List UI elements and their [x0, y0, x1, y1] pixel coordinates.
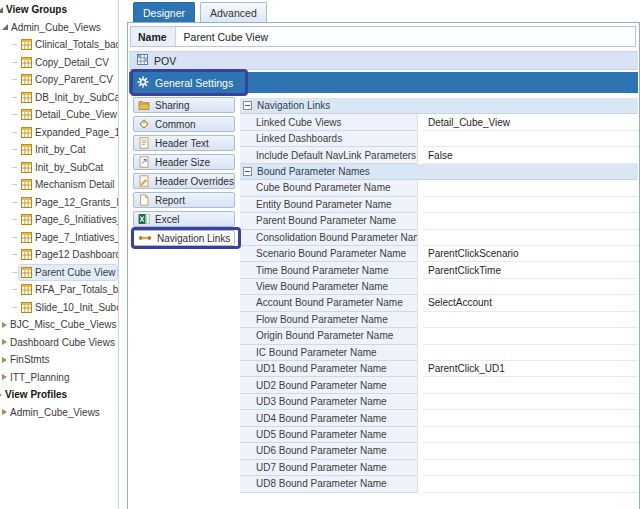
property-value[interactable]: [423, 427, 638, 443]
property-value[interactable]: [423, 443, 638, 459]
property-value[interactable]: [423, 394, 638, 410]
pov-section-header[interactable]: POV: [129, 51, 638, 70]
property-name: Flow Bound Parameter Name: [240, 312, 418, 328]
property-row-time-bound-parameter-name: Time Bound Parameter NameParentClickTime: [240, 262, 638, 278]
navigation-links-icon: [138, 233, 152, 243]
tree-item-clinical-totals-backup[interactable]: Clinical_Totals_backup: [0, 36, 118, 54]
expand-arrow-icon[interactable]: [2, 409, 7, 415]
property-value[interactable]: [423, 328, 638, 344]
group-header-label: Navigation Links: [257, 100, 330, 111]
settings-button-excel[interactable]: Excel: [133, 211, 235, 227]
settings-button-report[interactable]: Report: [133, 192, 235, 208]
settings-button-label: Header Size: [155, 157, 210, 168]
group-header-bound-parameter-names[interactable]: Bound Parameter Names: [240, 164, 638, 180]
tree-item-db-init-by-subcat[interactable]: DB_Init_by_SubCat: [0, 89, 118, 107]
property-row-consolidation-bound-parameter-name: Consolidation Bound Parameter Name: [240, 230, 638, 246]
tree-item-init-by-cat[interactable]: Init_by_Cat: [0, 141, 118, 159]
tree-item-label: DB_Init_by_SubCat: [35, 92, 118, 103]
expand-arrow-icon[interactable]: [2, 322, 7, 328]
tree-item-expanded-page-12-workin[interactable]: Expanded_Page_12_workin: [0, 124, 118, 142]
tree-item-label: Clinical_Totals_backup: [35, 39, 118, 50]
tree-item-view-profiles[interactable]: View Profiles: [0, 386, 118, 404]
tree-item-finstmts[interactable]: FinStmts: [0, 351, 118, 369]
settings-button-label: Common: [155, 119, 196, 130]
tree-item-admin-cube-views[interactable]: Admin_Cube_Views: [0, 404, 118, 422]
settings-button-header-overrides[interactable]: Header Overrides: [133, 173, 235, 189]
tree-item-bjc-misc-cube-views[interactable]: BJC_Misc_Cube_Views: [0, 316, 118, 334]
tree-item-admin-cube-views[interactable]: Admin_Cube_Views: [0, 19, 118, 37]
property-name: UD5 Bound Parameter Name: [240, 427, 418, 443]
settings-button-sharing[interactable]: Sharing: [133, 97, 235, 113]
tree-item-view-groups[interactable]: View Groups: [0, 1, 118, 19]
tree-item-label: Expanded_Page_12_workin: [35, 127, 118, 138]
general-settings-section-header[interactable]: General Settings: [129, 72, 638, 93]
tree-item-mechanism-detail[interactable]: Mechanism Detail: [0, 176, 118, 194]
property-name: UD8 Bound Parameter Name: [240, 476, 418, 492]
expand-arrow-icon[interactable]: [2, 357, 7, 363]
collapse-icon[interactable]: [243, 167, 252, 176]
expand-arrow-icon[interactable]: [2, 339, 7, 345]
tree-item-init-by-subcat[interactable]: Init_by_SubCat: [0, 159, 118, 177]
settings-button-label: Report: [155, 195, 185, 206]
tab-advanced[interactable]: Advanced: [200, 2, 267, 22]
tree-item-dashboard-cube-views[interactable]: Dashboard Cube Views: [0, 334, 118, 352]
property-value[interactable]: [423, 197, 638, 213]
sharing-icon: [138, 99, 150, 111]
settings-button-navigation-links[interactable]: Navigation Links: [133, 230, 235, 246]
tree-item-itt-planning[interactable]: ITT_Planning: [0, 369, 118, 387]
property-name: Account Bound Parameter Name: [240, 295, 418, 311]
settings-button-common[interactable]: Common: [133, 116, 235, 132]
group-header-navigation-links[interactable]: Navigation Links: [240, 98, 638, 114]
property-value[interactable]: ParentClick_UD1: [423, 361, 638, 377]
property-value[interactable]: [423, 410, 638, 426]
property-value[interactable]: [423, 345, 638, 361]
tree-item-copy-detail-cv[interactable]: Copy_Detail_CV: [0, 54, 118, 72]
tab-designer[interactable]: Designer: [133, 2, 195, 22]
tree-item-rfa-par-totals-backup[interactable]: RFA_Par_Totals_backup: [0, 281, 118, 299]
property-value[interactable]: [423, 312, 638, 328]
tree-connector: [12, 289, 17, 290]
tree-item-label: Page12 Dashboard: [35, 249, 118, 260]
header-size-icon: [138, 156, 150, 168]
property-value[interactable]: [423, 213, 638, 229]
property-value[interactable]: False: [423, 147, 638, 163]
property-value[interactable]: [423, 180, 638, 196]
tree-connector: [12, 149, 17, 150]
tree-item-page-12-grants-initiatives[interactable]: Page_12_Grants_Initiatives_: [0, 194, 118, 212]
expand-arrow-icon[interactable]: [2, 24, 8, 30]
tree-item-slide-10-init-subcat-by-m[interactable]: Slide_10_Init_Subcat_by_M: [0, 299, 118, 317]
tree-item-page-6-initiatives-by-categ[interactable]: Page_6_Initiatives_by_Categ: [0, 211, 118, 229]
property-value[interactable]: [423, 230, 638, 246]
tree-item-copy-parent-cv[interactable]: Copy_Parent_CV: [0, 71, 118, 89]
property-value[interactable]: ParentClickScenario: [423, 246, 638, 262]
tree-item-label: Init_by_SubCat: [35, 162, 103, 173]
name-label: Name: [131, 31, 175, 43]
settings-button-header-text[interactable]: Header Text: [133, 135, 235, 151]
tree-item-page-7-intiatives-by-subca[interactable]: Page_7_Intiatives_by_SubCa: [0, 229, 118, 247]
name-input[interactable]: Parent Cube View: [175, 27, 635, 46]
cube-view-icon: [21, 179, 32, 190]
property-name: UD6 Bound Parameter Name: [240, 443, 418, 459]
property-value[interactable]: [423, 131, 638, 147]
property-value[interactable]: [423, 279, 638, 295]
tree-item-page12-dashboard[interactable]: Page12 Dashboard: [0, 246, 118, 264]
property-value[interactable]: [423, 476, 638, 492]
settings-button-header-size[interactable]: Header Size: [133, 154, 235, 170]
property-value[interactable]: SelectAccount: [423, 295, 638, 311]
tree-connector: [12, 184, 17, 185]
tree-item-label: Page_7_Intiatives_by_SubCa: [35, 232, 118, 243]
header-overrides-icon: [138, 175, 150, 187]
property-value[interactable]: ParentClickTime: [423, 262, 638, 278]
property-value[interactable]: [423, 377, 638, 393]
property-value[interactable]: Detail_Cube_View: [423, 114, 638, 130]
collapse-icon[interactable]: [243, 101, 252, 110]
tab-bar: Designer Advanced: [133, 2, 267, 22]
expand-arrow-icon[interactable]: [0, 7, 3, 13]
tree-item-label: Page_12_Grants_Initiatives_: [35, 197, 118, 208]
property-value[interactable]: [423, 460, 638, 476]
expand-arrow-icon[interactable]: [2, 374, 7, 380]
expand-arrow-icon[interactable]: [0, 392, 2, 398]
tree-connector: [12, 44, 17, 45]
tree-item-detail-cube-view[interactable]: Detail_Cube_View: [0, 106, 118, 124]
tree-item-parent-cube-view[interactable]: Parent Cube View: [0, 264, 118, 282]
